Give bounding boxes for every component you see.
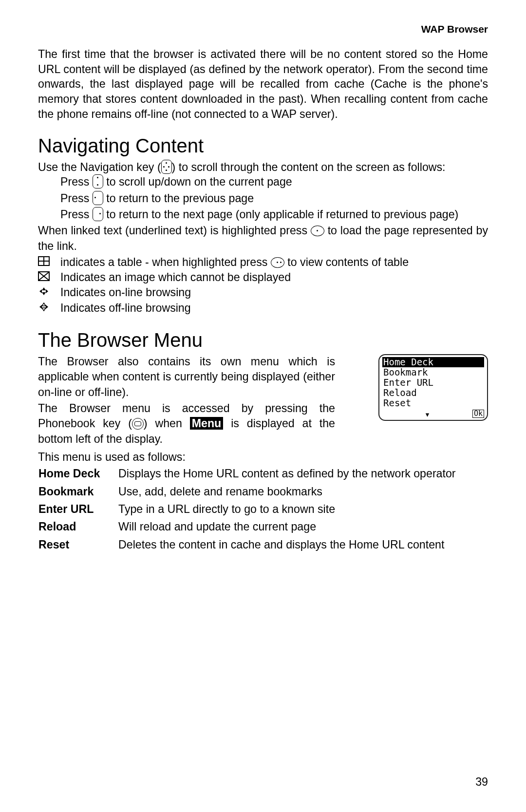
linked-a: When linked text (underlined text) is hi… [38,224,311,237]
select-key-icon-2 [271,257,284,268]
online-icon [38,285,60,300]
v-url: Type in a URL directly to go to a known … [118,501,488,519]
svg-marker-9 [46,289,48,293]
k-res: Reset [38,537,118,554]
menu-definitions: Home DeckDisplays the Home URL content a… [38,466,488,554]
svg-marker-13 [46,305,48,309]
ind-0b: to view contents of table [284,256,409,268]
nav-lead: Use the Navigation key () to scroll thro… [38,160,488,174]
key-left-icon [93,191,103,205]
nav-line-2: Press to return to the previous page [60,191,488,206]
menu-highlight: Menu [190,417,224,430]
screen-item-bookmark: Bookmark [382,367,484,378]
page-number: 39 [475,775,488,789]
select-key-icon [311,226,324,236]
phonebook-key-icon [132,418,144,430]
intro-paragraph: The first time that the browser is activ… [38,47,488,121]
menu-p3: This menu is used as follows: [38,450,488,465]
screen-item-reset: Reset [382,398,484,408]
nav-l3: to return to the next page (only applica… [106,208,458,221]
indicator-row-table: indicates a table - when highlighted pre… [38,255,488,270]
section-header: WAP Browser [38,23,488,35]
svg-marker-7 [42,292,46,295]
v-home: Displays the Home URL content as defined… [118,466,488,483]
screen-item-home: Home Deck [382,357,484,367]
nav-l2: to return to the previous page [106,192,254,205]
nav-lead-a: Use the Navigation key ( [38,161,161,173]
screen-item-reload: Reload [382,388,484,398]
ind-3: Indicates off-line browsing [60,301,488,316]
nav-key-icon [161,160,172,174]
indicator-row-offline: Indicates off-line browsing [38,301,488,316]
svg-marker-11 [42,308,46,311]
svg-marker-12 [39,305,42,309]
ok-label: Ok [472,410,484,418]
v-res: Deletes the content in cache and display… [118,537,488,554]
k-book: Bookmark [38,484,118,501]
indicator-row-image: Indicates an image which cannot be displ… [38,270,488,285]
menu-p2: The Browser menu is accessed by pressing… [38,401,335,447]
ind-2: Indicates on-line browsing [60,285,488,300]
k-rel: Reload [38,519,118,536]
screen-item-enterurl: Enter URL [382,378,484,388]
table-row: Home DeckDisplays the Home URL content a… [38,466,488,483]
v-rel: Will reload and update the current page [118,519,488,536]
broken-image-icon [38,270,60,285]
table-row: BookmarkUse, add, delete and rename book… [38,484,488,501]
ind-1: Indicates an image which cannot be displ… [60,270,488,285]
k-home: Home Deck [38,466,118,483]
v-book: Use, add, delete and rename bookmarks [118,484,488,501]
ind-0a: indicates a table - when highlighted pre… [60,256,271,268]
table-row: ResetDeletes the content in cache and di… [38,537,488,554]
key-right-icon [93,207,103,221]
nav-l1: to scroll up/down on the current page [106,175,292,188]
offline-icon [38,301,60,316]
nav-line-1: Press to scroll up/down on the current p… [60,174,488,189]
table-row: ReloadWill reload and update the current… [38,519,488,536]
press-2: Press [60,192,89,205]
heading-browser-menu: The Browser Menu [38,329,488,351]
nav-lead-b: ) to scroll through the content on the s… [172,161,446,173]
svg-marker-10 [42,303,46,306]
phone-screen: Home Deck Bookmark Enter URL Reload Rese… [378,354,488,421]
linked-text-para: When linked text (underlined text) is hi… [38,223,488,254]
table-icon [38,255,60,270]
indicator-row-online: Indicates on-line browsing [38,285,488,300]
press-1: Press [60,175,89,188]
svg-marker-8 [39,289,42,293]
press-3: Press [60,208,89,221]
key-updown-icon [93,174,103,189]
down-arrow-icon: ▾ [425,409,430,419]
heading-navigating: Navigating Content [38,135,488,157]
k-url: Enter URL [38,501,118,519]
nav-line-3: Press to return to the next page (only a… [60,207,488,222]
table-row: Enter URLType in a URL directly to go to… [38,501,488,519]
menu-p2b: ) when [144,417,190,430]
menu-p1: The Browser also contains its own menu w… [38,354,335,400]
svg-marker-6 [42,287,46,290]
